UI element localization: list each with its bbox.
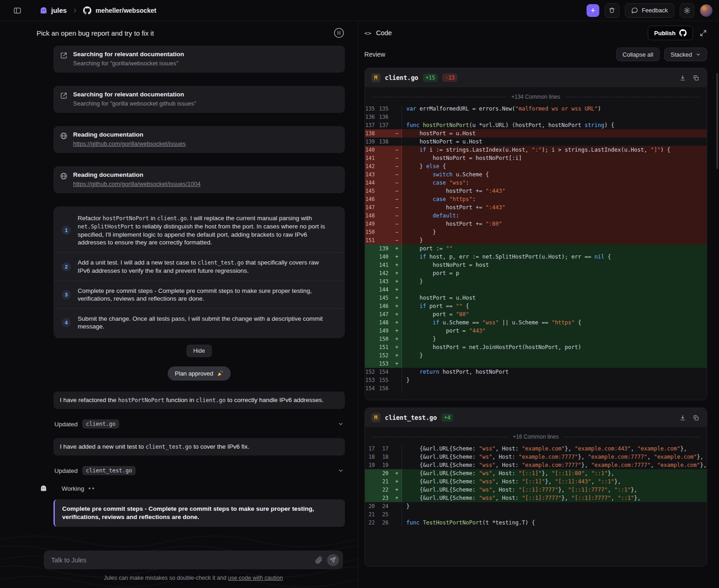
copy-button[interactable] xyxy=(692,74,700,82)
disclaimer: Jules can make mistakes so double-check … xyxy=(44,575,343,581)
diff-row: 1717 {&url.URL{Scheme: "wss", Host: "exa… xyxy=(365,445,707,453)
agent-message-text: I have refactored the hostPortNoPort fun… xyxy=(60,397,323,403)
diff-row: 148− default: xyxy=(365,212,707,220)
plan-step: 2 Add a unit test. I will add a new test… xyxy=(53,252,345,281)
updated-file-row[interactable]: Updated client.go xyxy=(53,417,345,431)
repo-breadcrumb[interactable]: meheller/websocket xyxy=(83,6,156,15)
common-lines-separator[interactable]: +16 Common lines xyxy=(365,432,707,445)
diff-row: 22+ {&url.URL{Scheme: "ws", Host: "[::1]… xyxy=(365,486,707,494)
feedback-button[interactable]: Feedback xyxy=(625,3,674,18)
activity-title: Searching for relevant documentation xyxy=(73,51,184,58)
send-button[interactable] xyxy=(327,554,339,566)
diff-row: 146+ if port == "" { xyxy=(365,302,707,310)
plan-step: 1 Refactor hostPortNoPort in client.go. … xyxy=(53,208,345,252)
diff-row: 151+ hostPort = net.JoinHostPort(hostNoP… xyxy=(365,343,707,351)
diff-row: 1919 {&url.URL{Scheme: "wss", Host: "exa… xyxy=(365,461,707,469)
diff-row: 2226func TestHostPortNoPort(t *testing.T… xyxy=(365,519,707,527)
plan-approved-label: Plan approved xyxy=(175,370,213,377)
jules-brand[interactable]: jules xyxy=(39,6,67,15)
diff-row: 147+ port = "80" xyxy=(365,310,707,318)
diff-row: 141+ hostNoPort = host xyxy=(365,261,707,269)
diff-row: 142+ port = p xyxy=(365,269,707,277)
agent-message-text: I have added a new unit test to client_t… xyxy=(60,443,249,450)
copy-button[interactable] xyxy=(692,413,700,422)
plan-step: 3 Complete pre commit steps - Complete p… xyxy=(53,281,345,308)
step-text: Complete pre commit steps - Complete pre… xyxy=(78,287,333,302)
github-icon xyxy=(83,6,91,15)
additions-badge: +15 xyxy=(423,74,438,82)
chevron-down-icon xyxy=(696,52,701,57)
diff-body: +16 Common lines 1717 {&url.URL{Scheme: … xyxy=(365,427,707,566)
document-search-icon xyxy=(60,52,68,67)
chat-header: Pick an open bug report and try to fix i… xyxy=(0,21,358,45)
chat-input-box xyxy=(44,551,343,569)
breadcrumb-chevron-icon xyxy=(72,8,78,13)
diff-row: 146− case "https": xyxy=(365,195,707,203)
disclaimer-link[interactable]: use code with caution xyxy=(228,575,283,581)
diff-row: 150+ } xyxy=(365,335,707,343)
additions-badge: +4 xyxy=(441,413,453,422)
documentation-link[interactable]: https://github.com/gorilla/websocket/iss… xyxy=(73,180,201,187)
app-name: jules xyxy=(51,6,67,14)
diff-row: 144− case "wss": xyxy=(365,179,707,187)
chevron-down-icon xyxy=(338,467,344,474)
settings-button[interactable] xyxy=(680,3,694,18)
current-step-text: Complete pre commit steps - Complete pre… xyxy=(62,505,338,521)
chat-panel: Pick an open bug report and try to fix i… xyxy=(0,21,358,588)
working-label: Working xyxy=(62,485,84,492)
new-task-button[interactable]: + xyxy=(587,4,599,17)
code-panel-header: <> Code Publish xyxy=(365,21,707,45)
layout-dropdown[interactable]: Stacked xyxy=(664,48,707,61)
pause-button[interactable] xyxy=(333,27,345,39)
diff-row: 145− hostPort += ":443" xyxy=(365,187,707,195)
diff-row: 139+ port := "" xyxy=(365,244,707,253)
updated-label: Updated xyxy=(54,421,78,428)
hide-button[interactable]: Hide xyxy=(186,344,212,357)
download-button[interactable] xyxy=(678,413,687,422)
updated-file-chip: client_test.go xyxy=(82,466,136,475)
publish-label: Publish xyxy=(654,30,676,37)
diff-row: 140− if i := strings.LastIndex(u.Host, "… xyxy=(365,146,707,154)
publish-button[interactable]: Publish xyxy=(648,26,693,40)
activity-title: Reading documentation xyxy=(73,171,201,178)
globe-icon xyxy=(60,172,68,187)
document-search-icon xyxy=(60,92,68,107)
step-text: Add a unit test. I will add a new test c… xyxy=(78,259,333,275)
diff-rows: 135135var errMalformedURL = errors.New("… xyxy=(365,105,707,392)
sidebar-toggle-button[interactable] xyxy=(11,4,24,17)
diff-row: 143+ } xyxy=(365,277,707,286)
diff-row: 152+ } xyxy=(365,351,707,360)
repo-name: meheller/websocket xyxy=(95,7,156,14)
review-toolbar: Review Collapse all Stacked xyxy=(365,48,707,61)
chat-scroll-area[interactable]: Searching for relevant documentation Sea… xyxy=(0,45,358,547)
updated-file-chip: client.go xyxy=(82,419,119,429)
activity-subtitle: Searching for "gorilla websocket github … xyxy=(73,100,196,107)
chat-input[interactable] xyxy=(51,556,311,564)
diff-card: M client_test.go +4 +16 Common lines 171… xyxy=(365,408,707,567)
avatar[interactable] xyxy=(700,4,713,17)
agent-message: I have refactored the hostPortNoPort fun… xyxy=(53,392,345,409)
updated-label: Updated xyxy=(54,467,78,474)
current-step-card: Complete pre commit steps - Complete pre… xyxy=(53,499,345,527)
diff-row: 144+ xyxy=(365,286,707,294)
download-button[interactable] xyxy=(678,74,687,82)
documentation-link[interactable]: https://github.com/gorilla/websocket/iss… xyxy=(73,140,185,147)
attach-button[interactable] xyxy=(315,556,322,564)
expand-button[interactable] xyxy=(699,29,707,37)
common-lines-separator[interactable]: +134 Common lines xyxy=(365,92,707,105)
scrollbar-thumb[interactable] xyxy=(716,73,718,169)
diff-row: 150− } xyxy=(365,228,707,236)
activity-list: Searching for relevant documentation Sea… xyxy=(53,46,345,193)
step-text: Submit the change. Once all tests pass, … xyxy=(78,315,333,330)
main-layout: Pick an open bug report and try to fix i… xyxy=(0,21,719,588)
chat-input-area: Jules can make mistakes so double-check … xyxy=(0,547,358,588)
sidebar-toggle-icon xyxy=(13,6,21,15)
modified-badge: M xyxy=(371,413,381,422)
diff-card-header[interactable]: M client.go +15 -13 xyxy=(365,68,707,87)
updated-file-row[interactable]: Updated client_test.go xyxy=(53,464,345,477)
step-number-badge: 2 xyxy=(62,262,71,271)
delete-task-button[interactable] xyxy=(605,3,619,18)
diff-card-header[interactable]: M client_test.go +4 xyxy=(365,408,707,427)
collapse-all-button[interactable]: Collapse all xyxy=(616,48,660,61)
download-icon xyxy=(679,414,686,421)
